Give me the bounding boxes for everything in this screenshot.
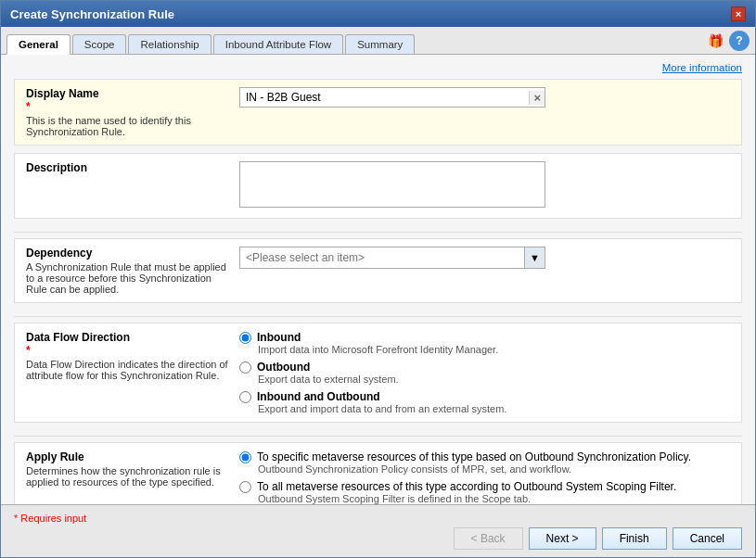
display-name-input-wrapper: × <box>239 87 545 108</box>
dependency-dropdown-arrow[interactable]: ▼ <box>524 247 545 268</box>
description-label: Description <box>26 161 230 174</box>
bottom-bar: * Requires input < Back Next > Finish Ca… <box>1 504 755 557</box>
data-flow-direction-required: * <box>26 344 31 357</box>
radio-input-all-metaverse[interactable] <box>239 481 251 493</box>
tab-bar: General Scope Relationship Inbound Attri… <box>1 27 755 55</box>
dependency-title: Dependency <box>26 247 230 260</box>
dependency-input[interactable] <box>240 248 524 267</box>
add-icon[interactable]: 🎁 <box>705 31 725 51</box>
help-icon[interactable]: ? <box>729 31 750 51</box>
close-button[interactable]: × <box>731 6 746 21</box>
radio-text-outbound: Outbound <box>257 361 310 374</box>
display-name-required: * <box>26 100 31 113</box>
display-name-input[interactable] <box>240 88 529 107</box>
radio-item-inbound: Inbound Import data into Microsoft Foref… <box>239 331 730 355</box>
dependency-select-wrapper: ▼ <box>239 247 545 269</box>
data-flow-direction-title: Data Flow Direction <box>26 331 130 344</box>
cancel-button[interactable]: Cancel <box>673 527 742 550</box>
requires-input-label: * Requires input <box>14 513 742 524</box>
back-button[interactable]: < Back <box>454 527 523 550</box>
radio-item-outbound: Outbound Export data to external system. <box>239 361 730 385</box>
radio-text-all-metaverse: To all metaverse resources of this type … <box>257 480 676 493</box>
apply-rule-control: To specific metaverse resources of this … <box>239 450 730 504</box>
radio-desc-all-metaverse: Outbound System Scoping Filter is define… <box>258 493 730 504</box>
next-button[interactable]: Next > <box>529 527 596 550</box>
description-control <box>239 161 730 210</box>
radio-item-specific-metaverse: To specific metaverse resources of this … <box>239 450 730 475</box>
dependency-section: Dependency A Synchronization Rule that m… <box>14 238 742 303</box>
radio-input-outbound[interactable] <box>239 361 251 374</box>
data-flow-direction-section: Data Flow Direction * Data Flow Directio… <box>14 323 742 423</box>
display-name-clear-button[interactable]: × <box>529 91 545 105</box>
radio-text-specific-metaverse: To specific metaverse resources of this … <box>257 450 691 463</box>
apply-rule-radio-group: To specific metaverse resources of this … <box>239 450 730 504</box>
apply-rule-title: Apply Rule <box>26 450 230 463</box>
radio-desc-inbound-outbound: Export and import data to and from an ex… <box>258 403 730 414</box>
apply-rule-label: Apply Rule Determines how the synchroniz… <box>26 450 230 488</box>
radio-label-specific-metaverse[interactable]: To specific metaverse resources of this … <box>239 450 730 463</box>
toolbar: 🎁 ? <box>705 31 750 54</box>
title-bar: Create Synchronization Rule × <box>1 1 755 27</box>
display-name-control: × <box>239 87 730 108</box>
radio-label-outbound[interactable]: Outbound <box>239 361 730 374</box>
description-section: Description <box>14 153 742 219</box>
dependency-desc: A Synchronization Rule that must be appl… <box>26 261 230 295</box>
description-input[interactable] <box>239 161 545 208</box>
content-area: More information Display Name * This is … <box>1 55 755 504</box>
data-flow-direction-desc: Data Flow Direction indicates the direct… <box>26 359 230 381</box>
radio-text-inbound-outbound: Inbound and Outbound <box>257 390 380 403</box>
radio-desc-inbound: Import data into Microsoft Forefront Ide… <box>258 344 730 355</box>
data-flow-direction-label: Data Flow Direction * Data Flow Directio… <box>26 331 230 381</box>
radio-label-inbound[interactable]: Inbound <box>239 331 730 344</box>
display-name-title: Display Name <box>26 87 99 100</box>
display-name-desc: This is the name used to identify this S… <box>26 115 230 137</box>
finish-button[interactable]: Finish <box>602 527 667 550</box>
tab-inbound-attribute-flow[interactable]: Inbound Attribute Flow <box>213 34 343 54</box>
radio-input-inbound[interactable] <box>239 332 251 344</box>
description-title: Description <box>26 161 230 174</box>
radio-input-specific-metaverse[interactable] <box>239 451 251 463</box>
radio-label-inbound-outbound[interactable]: Inbound and Outbound <box>239 390 730 403</box>
radio-desc-outbound: Export data to external system. <box>258 374 730 385</box>
data-flow-direction-control: Inbound Import data into Microsoft Foref… <box>239 331 730 414</box>
button-row: < Back Next > Finish Cancel <box>14 527 742 550</box>
apply-rule-desc: Determines how the synchronization rule … <box>26 465 230 488</box>
radio-label-all-metaverse[interactable]: To all metaverse resources of this type … <box>239 480 730 493</box>
display-name-label: Display Name * This is the name used to … <box>26 87 230 137</box>
apply-rule-section: Apply Rule Determines how the synchroniz… <box>14 442 742 504</box>
radio-item-all-metaverse: To all metaverse resources of this type … <box>239 480 730 504</box>
radio-input-inbound-outbound[interactable] <box>239 391 251 403</box>
dependency-label: Dependency A Synchronization Rule that m… <box>26 247 230 295</box>
tab-general[interactable]: General <box>6 34 70 55</box>
radio-text-inbound: Inbound <box>257 331 301 344</box>
data-flow-direction-radio-group: Inbound Import data into Microsoft Foref… <box>239 331 730 414</box>
radio-item-inbound-outbound: Inbound and Outbound Export and import d… <box>239 390 730 414</box>
dialog-title: Create Synchronization Rule <box>10 7 174 21</box>
tab-scope[interactable]: Scope <box>72 34 127 54</box>
tab-list: General Scope Relationship Inbound Attri… <box>6 34 415 54</box>
tab-summary[interactable]: Summary <box>345 34 415 54</box>
tab-relationship[interactable]: Relationship <box>128 34 211 54</box>
radio-desc-specific-metaverse: Outbound Synchronization Policy consists… <box>258 463 730 475</box>
display-name-section: Display Name * This is the name used to … <box>14 79 742 146</box>
dependency-control: ▼ <box>239 247 730 269</box>
more-info-link[interactable]: More information <box>14 62 742 73</box>
